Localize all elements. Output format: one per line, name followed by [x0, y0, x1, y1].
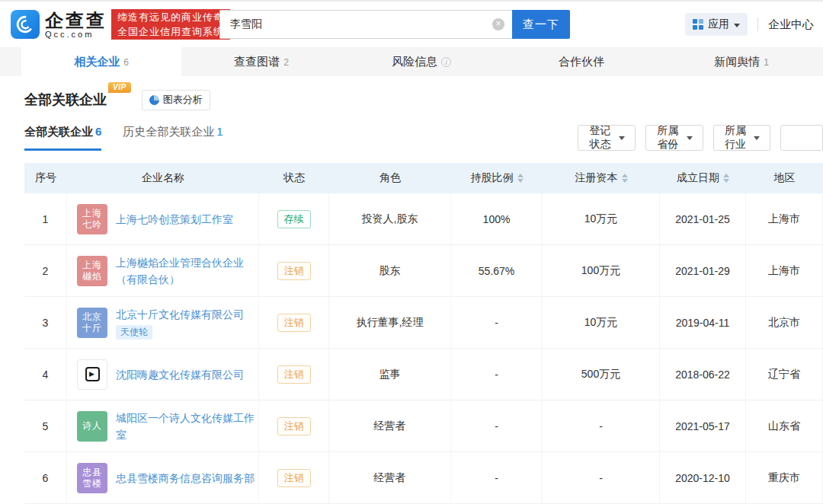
row-index: 4	[43, 368, 49, 381]
region-text: 北京市	[768, 316, 800, 330]
subtab-count: 1	[216, 125, 223, 139]
table-row[interactable]: 3 北京十斤 北京十斤文化传媒有限公司 天使轮 注销 执行董事,经理 - 10万…	[24, 297, 823, 349]
qcc-logo[interactable]: 企查查 Qcc.com	[11, 10, 107, 39]
tab-count: 6	[123, 57, 129, 68]
tab-count: 1	[764, 57, 769, 68]
column-header-capital[interactable]: 注册资本	[543, 163, 660, 193]
capital-text: -	[599, 420, 603, 432]
column-header-date[interactable]: 成立日期	[660, 163, 746, 193]
apps-menu-button[interactable]: 应用	[685, 13, 748, 36]
status-badge: 注销	[277, 417, 311, 435]
company-logo: 上海樾焰	[77, 256, 107, 286]
brand-text: 企查查 Qcc.com	[45, 11, 107, 39]
region-text: 辽宁省	[768, 368, 800, 381]
info-icon: i	[441, 57, 451, 67]
subtab-history-related[interactable]: 历史全部关联企业1	[123, 125, 223, 151]
capital-text: 10万元	[584, 212, 618, 226]
page: 企查查 Qcc.com 缔造有远见的商业传奇 全国企业信用查询系统 × 查一下 …	[0, 0, 823, 504]
column-label: 状态	[283, 171, 305, 185]
logo-text-line: 上海	[82, 260, 102, 271]
company-name-link[interactable]: 上海七吟创意策划工作室	[116, 211, 233, 228]
ratio-text: -	[495, 317, 498, 329]
tab-label: 合作伙伴	[559, 55, 604, 69]
table-row[interactable]: 2 上海樾焰 上海樾焰企业管理合伙企业（有限合伙） 注销 股东 55.67% 1…	[24, 245, 823, 297]
column-header-role: 角色	[329, 163, 451, 193]
table-body: 1 上海七吟 上海七吟创意策划工作室 存续 投资人,股东 100% 10万元 2…	[24, 193, 823, 504]
vip-badge: VIP	[108, 82, 131, 93]
row-index: 5	[43, 420, 49, 432]
table-row[interactable]: 4 ▶ 沈阳嗨趣文化传媒有限公司 注销 监事 - 500万元 2018-06-2…	[24, 349, 823, 400]
clear-search-icon[interactable]: ×	[492, 18, 504, 30]
filter-registration-status[interactable]: 登记状态	[578, 125, 636, 151]
company-name-link[interactable]: 沈阳嗨趣文化传媒有限公司	[116, 366, 244, 383]
sort-icon	[723, 174, 729, 183]
column-label: 企业名称	[142, 171, 184, 185]
company-name-link[interactable]: 北京十斤文化传媒有限公司	[116, 306, 244, 323]
chevron-down-icon	[734, 24, 740, 27]
subtab-label: 全部关联企业	[24, 125, 93, 139]
ratio-text: -	[495, 368, 498, 381]
capital-text: 500万元	[581, 368, 620, 381]
table-row[interactable]: 5 诗人 城阳区一个诗人文化传媒工作室 注销 经营者 - - 2021-05-1…	[24, 400, 823, 452]
role-text: 股东	[379, 264, 401, 278]
capital-text: 10万元	[584, 316, 618, 330]
logo-text-line: 七吟	[82, 219, 102, 231]
ratio-text: 100%	[483, 213, 511, 225]
column-header-region: 地区	[746, 163, 823, 193]
filter-province[interactable]: 所属省份	[645, 125, 703, 151]
column-label: 注册资本	[575, 171, 618, 185]
company-logo: 忠县雪楼	[77, 463, 107, 493]
search-input[interactable]	[219, 10, 512, 39]
ratio-text: -	[495, 420, 498, 432]
sort-icon	[517, 174, 524, 183]
status-badge: 存续	[277, 210, 311, 228]
company-name-block: 城阳区一个诗人文化传媒工作室	[116, 410, 255, 443]
filter-industry[interactable]: 所属行业	[713, 125, 771, 151]
region-text: 重庆市	[768, 471, 800, 485]
header-divider	[757, 18, 758, 31]
column-header-ratio[interactable]: 持股比例	[451, 163, 543, 193]
chevron-down-icon	[687, 136, 693, 140]
filters: 登记状态所属省份所属行业	[578, 125, 823, 151]
subtab-all-related[interactable]: 全部关联企业6	[24, 125, 101, 151]
table-row[interactable]: 1 上海七吟 上海七吟创意策划工作室 存续 投资人,股东 100% 10万元 2…	[24, 193, 823, 245]
page-title: 全部关联企业	[24, 91, 107, 109]
tab-news[interactable]: 新闻舆情1	[661, 47, 821, 76]
logo-text-line: 北京	[82, 311, 102, 323]
date-text: 2020-12-10	[675, 472, 730, 484]
date-text: 2019-04-11	[676, 317, 730, 329]
main-content: 全部关联企业 VIP 图表分析 全部关联企业6历史全部关联企业1 登记状态所属省…	[0, 76, 823, 504]
enterprise-center-link[interactable]: 企业中心	[768, 18, 814, 32]
role-text: 执行董事,经理	[357, 316, 424, 330]
search-button[interactable]: 查一下	[512, 10, 570, 39]
status-badge: 注销	[277, 365, 311, 384]
company-name-link[interactable]: 忠县雪楼商务信息咨询服务部	[116, 470, 255, 486]
sort-icon	[622, 174, 628, 183]
chart-analysis-button[interactable]: 图表分析	[142, 90, 210, 110]
tab-risk-info[interactable]: 风险信息i	[341, 47, 501, 76]
chart-analysis-label: 图表分析	[163, 93, 203, 107]
column-label: 序号	[35, 171, 56, 185]
column-header-name: 企业名称	[67, 163, 259, 193]
role-text: 投资人,股东	[362, 212, 418, 226]
table-row[interactable]: 6 忠县雪楼 忠县雪楼商务信息咨询服务部 注销 经营者 - - 2020-12-…	[24, 452, 823, 504]
slogan-banner: 缔造有远见的商业传奇 全国企业信用查询系统	[111, 9, 230, 40]
row-index: 3	[43, 317, 49, 329]
row-index: 2	[43, 265, 49, 277]
ratio-text: -	[495, 472, 498, 484]
related-companies-table: 序号企业名称状态角色持股比例注册资本成立日期地区 1 上海七吟 上海七吟创意策划…	[24, 163, 823, 504]
apps-grid-icon	[693, 19, 703, 30]
tab-bar: 相关企业6查查图谱2风险信息i合作伙伴新闻舆情1	[0, 47, 823, 76]
column-label: 成立日期	[677, 171, 719, 185]
tab-count: 2	[283, 57, 289, 68]
subtab-count: 6	[95, 125, 101, 139]
tab-related-companies[interactable]: 相关企业6	[21, 47, 181, 76]
company-name-link[interactable]: 上海樾焰企业管理合伙企业（有限合伙）	[116, 254, 255, 288]
tab-partners[interactable]: 合作伙伴	[501, 47, 661, 76]
company-name-link[interactable]: 城阳区一个诗人文化传媒工作室	[116, 410, 255, 443]
filter-partial[interactable]	[780, 125, 823, 151]
date-text: 2018-06-22	[675, 368, 730, 381]
tab-chart-graph[interactable]: 查查图谱2	[181, 47, 341, 76]
ratio-text: 55.67%	[479, 265, 514, 277]
company-name-block: 忠县雪楼商务信息咨询服务部	[116, 470, 255, 486]
